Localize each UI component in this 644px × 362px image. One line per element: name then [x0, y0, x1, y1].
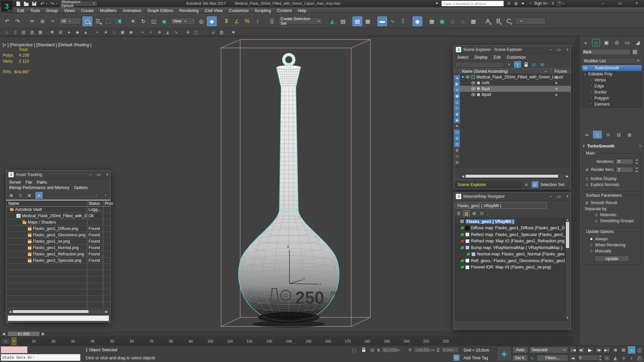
- unlink-selection-button[interactable]: ⊘: [38, 16, 47, 26]
- display-filter-icon[interactable]: ◧: [454, 81, 460, 87]
- display-filter-icon[interactable]: ⊙: [454, 141, 460, 147]
- menu-item-scripting[interactable]: Scripting: [252, 8, 274, 13]
- current-frame-field[interactable]: 0: [578, 355, 598, 361]
- help-icon[interactable]: ?: [94, 193, 99, 198]
- table-row[interactable]: Flasks_geo1_Diffuse.png Found: [6, 226, 110, 232]
- tree-row-map[interactable]: Refract map: Map #2 (Flasks_geo1_Refract…: [455, 238, 565, 245]
- view-large-icons-icon[interactable]: ⊡: [479, 210, 485, 216]
- redo-flyout-arrow[interactable]: ▾: [56, 2, 58, 5]
- scrollbar-thumb[interactable]: [566, 222, 569, 248]
- rendered-frame-window-button[interactable]: ▣: [437, 16, 447, 26]
- zoom-button[interactable]: ⊕: [612, 346, 619, 354]
- help-chevron-icon[interactable]: ▾: [563, 2, 564, 5]
- time-slider-next-arrow[interactable]: ▶: [41, 331, 46, 337]
- undo-button[interactable]: ↶: [2, 16, 12, 26]
- isoline-display-checkbox[interactable]: [585, 177, 589, 181]
- explorer-search-input[interactable]: [455, 62, 504, 68]
- menu-item-customize[interactable]: Customize: [226, 8, 252, 13]
- asset-tracking-titlebar[interactable]: 3 Asset Tracking – ▭ ×: [6, 171, 110, 179]
- horizontal-scrollbar[interactable]: ◀ ▶: [461, 174, 570, 179]
- save-file-button[interactable]: [31, 1, 38, 7]
- schematic-view-button[interactable]: ↧: [398, 16, 408, 26]
- secondary-toolbar-icon[interactable]: ▢: [193, 29, 200, 35]
- stack-item-border[interactable]: └Border: [582, 89, 642, 95]
- table-header[interactable]: Name Status Prox: [6, 200, 110, 206]
- close-button[interactable]: ×: [566, 194, 569, 199]
- scroll-left-arrow[interactable]: ◀: [8, 310, 12, 313]
- time-configuration-button[interactable]: ◷: [603, 355, 610, 361]
- col-proxy[interactable]: Prox: [103, 200, 113, 206]
- display-filter-icon[interactable]: ☷: [454, 160, 460, 165]
- maximize-button[interactable]: ▭: [97, 172, 101, 177]
- tree-row-map[interactable]: Diffuse map: Flasks_geo1_Diffuse (Flasks…: [455, 225, 565, 232]
- auto-key-button[interactable]: Auto: [513, 347, 528, 353]
- search-icon[interactable]: ⊙: [506, 0, 512, 6]
- smoothing-groups-checkbox[interactable]: [594, 219, 598, 223]
- menu-options[interactable]: Options: [74, 185, 88, 190]
- display-filter-icon[interactable]: ◉: [454, 117, 460, 123]
- previous-frame-button[interactable]: ◀∣: [578, 347, 585, 353]
- z-coordinate-field[interactable]: 0,0cm: [441, 347, 459, 353]
- tree-row-map[interactable]: Refl. gloss.: Flasks_geo1_Glossiness (Fl…: [455, 257, 565, 264]
- secondary-toolbar-icon[interactable]: ▯: [12, 29, 19, 35]
- scroll-left-arrow[interactable]: ◀: [461, 175, 465, 178]
- proxy-icon[interactable]: ▩: [26, 193, 32, 198]
- scroll-up-arrow[interactable]: ▲: [566, 218, 569, 221]
- x-coordinate-field[interactable]: 82,373cm: [382, 347, 398, 353]
- select-and-scale-button[interactable]: ◱: [149, 16, 159, 26]
- frozen-toggle[interactable]: ∗: [554, 80, 558, 85]
- undo-quick-button[interactable]: ↶: [39, 1, 46, 7]
- select-and-manipulate-button[interactable]: ◆: [207, 16, 217, 26]
- search-expand-arrow[interactable]: ▶: [436, 1, 438, 5]
- info-icon[interactable]: ▯: [17, 193, 23, 198]
- select-link-button[interactable]: ∞: [27, 16, 37, 26]
- mirror-button[interactable]: ◭: [328, 16, 337, 26]
- stack-item-vertex[interactable]: └Vertex: [582, 77, 642, 83]
- field-of-view-button[interactable]: ◭: [612, 354, 619, 362]
- y-coordinate-field[interactable]: -139,511cm: [413, 347, 430, 353]
- expander-icon[interactable]: ▼: [461, 75, 464, 79]
- secondary-toolbar-icon[interactable]: ◐: [94, 29, 101, 35]
- set-key-button[interactable]: Set K.: [513, 355, 528, 361]
- menu-paths[interactable]: Paths: [37, 180, 47, 185]
- tab-utilities[interactable]: ◢: [634, 39, 642, 46]
- vertical-scrollbar[interactable]: ▲ ▼: [565, 218, 570, 320]
- frozen-toggle[interactable]: ∗: [554, 92, 558, 97]
- secondary-toolbar-icon[interactable]: ⊕: [184, 29, 192, 35]
- explorer-column-header[interactable]: Name (Sorted Ascending) ▴ Frozen: [454, 68, 571, 74]
- show-end-result-button[interactable]: ▯: [593, 131, 602, 138]
- open-file-button[interactable]: [23, 1, 30, 7]
- eye-icon[interactable]: [471, 93, 475, 96]
- help-icon[interactable]: ?: [557, 1, 562, 6]
- display-filter-icon[interactable]: ∗: [454, 135, 460, 141]
- maxscript-mini-listener-white[interactable]: State Sets Er:: [1, 354, 80, 361]
- communication-center-icon[interactable]: ◍: [513, 0, 519, 6]
- frozen-column-header[interactable]: Frozen: [554, 69, 567, 74]
- node-label[interactable]: Flasks_geo1 ( VRayMtl ): [466, 219, 515, 224]
- display-filter-icon[interactable]: ✎: [454, 123, 460, 129]
- eye-icon[interactable]: [583, 67, 587, 70]
- close-button[interactable]: ×: [106, 172, 108, 177]
- render-iters-spinner[interactable]: ▲▼: [635, 166, 639, 173]
- display-filter-icon[interactable]: ◬: [454, 99, 460, 105]
- tab-motion[interactable]: ◎: [613, 39, 621, 46]
- tree-row-cork[interactable]: cork ∗: [454, 80, 571, 86]
- object-color-swatch[interactable]: [632, 49, 638, 55]
- col-name[interactable]: Name: [6, 201, 87, 206]
- secondary-toolbar-icon[interactable]: ♨: [3, 29, 10, 35]
- render-preset-b-button[interactable]: B★: [493, 16, 503, 26]
- tree-row-map[interactable]: Fresnel IOR: Map #3 (Flasks_geo1_ior.png…: [455, 264, 565, 271]
- selection-filter-dropdown[interactable]: All▼: [59, 17, 81, 25]
- favorites-star-icon[interactable]: ★: [520, 0, 526, 6]
- node-label[interactable]: Normal map: Flasks_geo1_Normal (Flasks_g…: [477, 252, 565, 256]
- lock-explorer-button[interactable]: [523, 61, 529, 68]
- frozen-toggle[interactable]: ∗: [554, 74, 558, 79]
- expand-hierarchy-button[interactable]: ⊟:: [531, 61, 538, 68]
- iterations-spinner[interactable]: ▲▼: [635, 158, 639, 165]
- redo-button[interactable]: ↷: [13, 16, 22, 26]
- view-list-icons-icon[interactable]: ▤: [463, 210, 470, 216]
- select-and-place-button[interactable]: ◉: [159, 16, 169, 26]
- node-label[interactable]: Fresnel IOR: Map #3 (Flasks_geo1_ior.png…: [471, 265, 551, 269]
- maximize-button[interactable]: ▭: [557, 194, 561, 199]
- smooth-result-checkbox[interactable]: ✓: [585, 201, 589, 205]
